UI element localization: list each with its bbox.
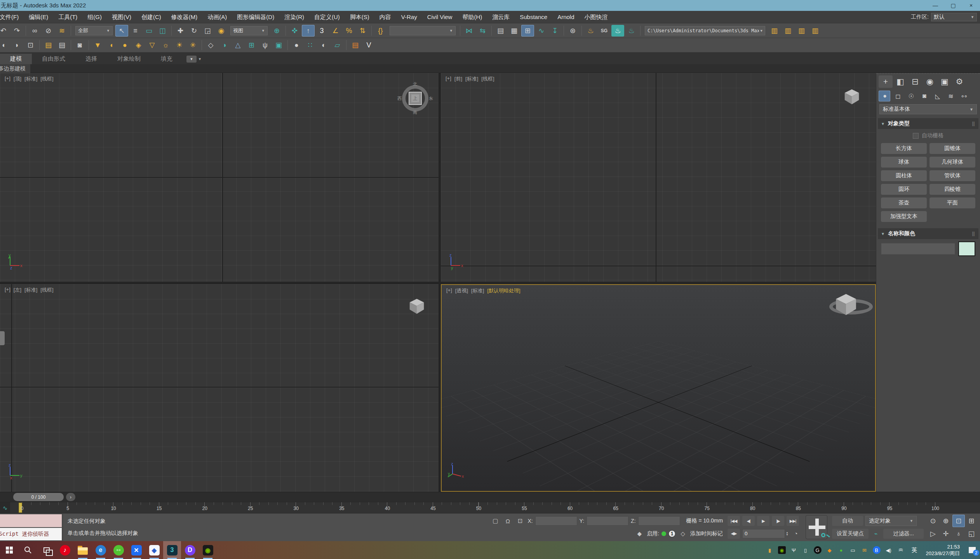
search-button[interactable]	[19, 541, 37, 559]
menu-item[interactable]: Civil View	[422, 11, 458, 23]
task-view-button[interactable]	[37, 541, 56, 559]
auto-key-button[interactable]: 自动	[832, 516, 863, 526]
usb-drive-icon[interactable]: ▮	[766, 547, 773, 554]
ribbon-tab[interactable]: 对象绘制	[107, 54, 151, 64]
display-tab[interactable]: ▣	[938, 75, 952, 88]
phone-link-icon[interactable]: ▭	[849, 547, 856, 554]
undo-icon[interactable]: ↶	[0, 25, 10, 37]
maximize-viewport-icon[interactable]: ◱	[965, 528, 978, 540]
viewport-label-token[interactable]: [标准]	[471, 287, 484, 294]
lights-icon[interactable]: ☉	[905, 91, 917, 101]
viewport-layout-tab[interactable]	[0, 331, 5, 345]
helpers-icon[interactable]: ◺	[931, 91, 943, 101]
viewport-label-token[interactable]: [+]	[5, 75, 10, 82]
select-scale-icon[interactable]: ◲	[201, 25, 214, 37]
select-link-icon[interactable]: ∞	[28, 25, 41, 37]
object-name-input[interactable]	[881, 243, 955, 255]
bind-spacewarp-icon[interactable]: ≋	[56, 25, 68, 37]
menu-item[interactable]: Arnold	[552, 11, 579, 23]
color-dots-icon[interactable]: ∷	[304, 39, 317, 51]
nvidia-tray-icon[interactable]: ◉	[778, 546, 786, 554]
current-frame-spinner[interactable]: ▲▼	[742, 529, 789, 538]
wechat-icon[interactable]: ◦◦	[110, 541, 127, 559]
ribbon-tab[interactable]: 填充	[151, 54, 183, 64]
ribbon-tab[interactable]: 选择	[75, 54, 107, 64]
ribbon-tab[interactable]: 自由形式	[32, 54, 75, 64]
wechat-tray-icon[interactable]: ●	[838, 547, 845, 554]
spinner-arrows-icon[interactable]: ▲▼	[785, 531, 789, 536]
layer-manager-icon[interactable]: ▦	[508, 25, 520, 37]
export-project-icon[interactable]: ▥	[809, 25, 822, 37]
menu-item[interactable]: 溜云库	[487, 11, 515, 23]
dome-light-icon[interactable]: ◖	[105, 39, 118, 51]
selection-region-icon[interactable]: ▭	[143, 25, 155, 37]
render-iterative-icon[interactable]: ♨	[625, 25, 638, 37]
pan-icon[interactable]: ✛	[940, 528, 952, 540]
viewport-label-token[interactable]: [线框]	[481, 75, 494, 82]
viewport-label-token[interactable]: [透视]	[455, 287, 468, 294]
select-rotate-icon[interactable]: ↻	[188, 25, 200, 37]
viewport-label-token[interactable]: [默认明暗处理]	[487, 287, 520, 294]
hierarchy-tab[interactable]: ⊟	[908, 75, 922, 88]
percent-snap-icon[interactable]: %	[343, 25, 355, 37]
ribbon-panel-polygon-modeling[interactable]: 多边形建模	[0, 64, 30, 73]
clock[interactable]: 21:53 2023/8/27/周日	[921, 543, 964, 557]
geosphere-light-icon[interactable]: ◈	[132, 39, 145, 51]
viewport-label-token[interactable]: [线框]	[40, 286, 53, 293]
menu-item[interactable]: 脚本(S)	[345, 11, 374, 23]
create-tab[interactable]: +	[879, 75, 893, 88]
x-coordinate-input[interactable]	[535, 516, 577, 526]
angle-snap-icon[interactable]: ∠	[329, 25, 342, 37]
menu-item[interactable]: 创建(C)	[136, 11, 166, 23]
viewcube-top-face[interactable]: 上	[409, 92, 422, 105]
viewport-label-token[interactable]: [+]	[446, 75, 451, 82]
curve-editor-icon[interactable]: ∿	[535, 25, 548, 37]
primitive-button[interactable]: 长方体	[881, 143, 927, 154]
rendered-frame-icon[interactable]: SG	[598, 25, 611, 37]
nvidia-app-icon[interactable]: ◉	[199, 541, 217, 559]
keyboard-override-icon[interactable]: ↑	[302, 25, 315, 37]
shield-icon[interactable]: ◆	[634, 529, 644, 538]
menu-item[interactable]: V-Ray	[396, 11, 422, 23]
spacewarps-icon[interactable]: ≋	[945, 91, 956, 101]
start-button[interactable]	[0, 541, 19, 559]
select-object-icon[interactable]: ↖	[115, 25, 128, 37]
primitive-button[interactable]: 圆柱体	[881, 170, 927, 181]
palette-icon[interactable]: ◐	[317, 39, 330, 51]
rollout-name-color[interactable]: ▼ 名称和颜色 ⣿	[878, 228, 978, 239]
z-coordinate-input[interactable]	[638, 516, 680, 526]
notification-center-button[interactable]: 2	[964, 541, 980, 559]
project-folder-dropdown[interactable]: C:\Users\Administrator\Documents\3ds Max…	[645, 26, 765, 35]
container-box-icon[interactable]: ⊡	[24, 39, 37, 51]
time-configuration-icon[interactable]: ◔	[791, 529, 801, 538]
workspace-dropdown[interactable]: 默认 ▼	[931, 13, 977, 21]
viewport-left[interactable]: [+][左][标准][线框] z y x	[0, 284, 439, 492]
volume-icon[interactable]: ◀)	[885, 547, 892, 554]
zoom-extents-all-icon[interactable]: ⊞	[965, 515, 978, 527]
track-bar[interactable]: ∿ 05101520253035404550556065707580859095…	[0, 502, 980, 513]
coordinate-display-icon[interactable]: ⊡	[515, 516, 525, 526]
menu-item[interactable]: 内容	[374, 11, 396, 23]
add-time-tag[interactable]: 添加时间标记	[690, 530, 723, 537]
ime-indicator[interactable]: 英	[908, 547, 921, 554]
rollout-object-type[interactable]: ▼ 对象类型 ⣿	[878, 118, 978, 129]
free-light-icon[interactable]: ☼	[159, 39, 172, 51]
spot-light-icon[interactable]: ▽	[146, 39, 158, 51]
d-app-icon[interactable]: D	[181, 541, 199, 559]
viewport-perspective[interactable]: [+][透视][标准][默认明暗处理] z x y	[441, 284, 876, 492]
key-filter-dropdown[interactable]: 选定对象 ▼	[865, 516, 917, 526]
notes-bulb-icon[interactable]: ▤	[42, 39, 55, 51]
selection-lock-icon[interactable]: Ω	[503, 516, 513, 526]
file-explorer-icon[interactable]	[74, 541, 92, 559]
y-coordinate-input[interactable]	[587, 516, 628, 526]
named-sets-dropdown[interactable]: ▼	[390, 26, 456, 35]
orbit-icon[interactable]: ♁	[952, 528, 965, 540]
track-bar-ruler[interactable]: 0510152025303540455055606570758085909510…	[10, 502, 937, 513]
menu-item[interactable]: 自定义(U)	[309, 11, 345, 23]
ribbon-toggle-icon[interactable]: ⊞	[521, 25, 534, 37]
go-to-end-button[interactable]: ▶▶|	[787, 516, 799, 526]
select-manipulate-icon[interactable]: ✜	[288, 25, 301, 37]
use-pivot-center-icon[interactable]: ⊕	[270, 25, 283, 37]
play-button[interactable]: ▶	[757, 516, 769, 526]
3dsmax-icon[interactable]: 3	[163, 541, 181, 559]
